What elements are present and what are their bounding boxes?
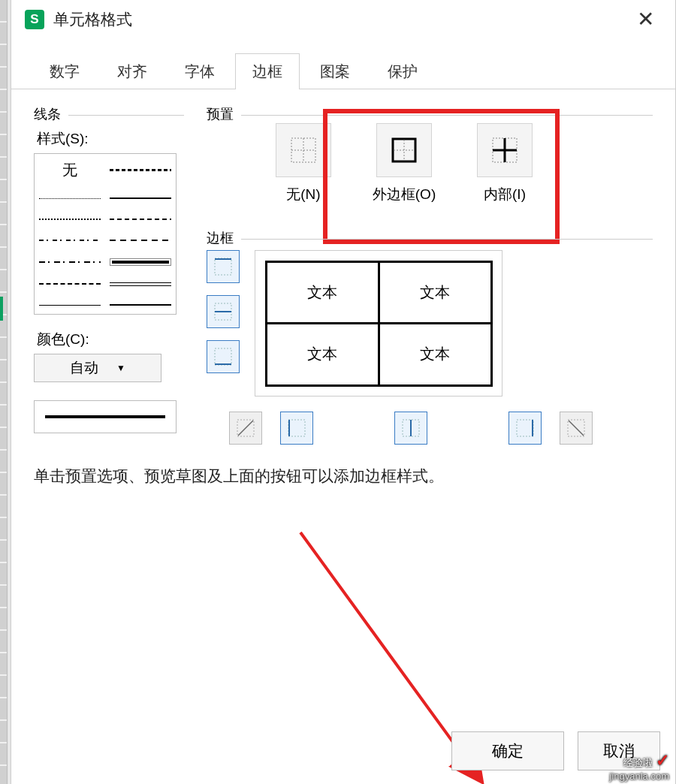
line-style-dashed-med[interactable] xyxy=(110,216,171,222)
line-style-list[interactable]: 无 xyxy=(34,153,177,315)
border-vmid-button[interactable] xyxy=(394,412,427,445)
line-style-dashed[interactable] xyxy=(39,281,101,287)
preset-group-label: 预置 xyxy=(207,107,234,122)
tab-align[interactable]: 对齐 xyxy=(100,53,164,89)
line-style-thick-selected[interactable] xyxy=(110,258,171,266)
hint-text: 单击预置选项、预览草图及上面的按钮可以添加边框样式。 xyxy=(34,466,653,487)
line-style-dash-med2[interactable] xyxy=(110,237,171,243)
line-style-thin[interactable] xyxy=(39,302,101,308)
line-style-dash-dot[interactable] xyxy=(39,237,101,243)
spreadsheet-gutter xyxy=(0,0,8,784)
dialog-footer: 确定 取消 xyxy=(451,731,675,784)
border-top-button[interactable] xyxy=(207,250,240,283)
border-left-button[interactable] xyxy=(280,412,313,445)
border-bottom-icon xyxy=(214,348,232,366)
tab-pattern[interactable]: 图案 xyxy=(303,53,367,89)
cell-format-dialog: S 单元格格式 ✕ 数字 对齐 字体 边框 图案 保护 线条 样式(S): 无 xyxy=(11,0,676,784)
preset-inside-label: 内部(I) xyxy=(463,185,546,204)
border-group-label: 边框 xyxy=(207,231,234,246)
close-button[interactable]: ✕ xyxy=(629,6,662,33)
line-group-label: 线条 xyxy=(34,107,61,122)
line-style-double[interactable] xyxy=(110,281,171,287)
tab-bar: 数字 对齐 字体 边框 图案 保护 xyxy=(11,53,675,89)
border-hmid-icon xyxy=(214,303,232,321)
line-style-dotted-fine[interactable] xyxy=(39,195,101,201)
svg-line-16 xyxy=(238,421,253,436)
color-dropdown[interactable]: 自动 ▼ xyxy=(34,354,161,382)
border-right-button[interactable] xyxy=(509,412,542,445)
line-style-dotted[interactable] xyxy=(39,216,101,222)
line-style-solid-med[interactable] xyxy=(110,195,171,201)
preset-none-label: 无(N) xyxy=(262,185,345,204)
border-none-icon xyxy=(290,137,317,164)
ok-button[interactable]: 确定 xyxy=(451,731,564,770)
color-value: 自动 xyxy=(70,358,98,378)
border-bottom-button[interactable] xyxy=(207,340,240,373)
border-side-buttons xyxy=(207,250,240,397)
titlebar: S 单元格格式 ✕ xyxy=(11,0,675,39)
svg-rect-21 xyxy=(517,420,533,436)
border-vmid-icon xyxy=(402,419,420,437)
tab-number[interactable]: 数字 xyxy=(32,53,97,89)
svg-rect-13 xyxy=(215,348,231,365)
tab-protect[interactable]: 保护 xyxy=(370,53,435,89)
border-diag-up-button[interactable] xyxy=(229,412,262,445)
diag-up-icon xyxy=(237,419,255,437)
line-style-dash-thick[interactable] xyxy=(110,167,171,173)
border-diag-down-button[interactable] xyxy=(560,412,593,445)
preset-outline-label: 外边框(O) xyxy=(363,185,445,204)
preview-cell: 文本 xyxy=(265,322,380,387)
tab-border[interactable]: 边框 xyxy=(235,53,300,89)
preview-cell: 文本 xyxy=(378,261,493,325)
svg-rect-9 xyxy=(215,258,231,275)
border-top-icon xyxy=(214,258,232,276)
border-right-icon xyxy=(516,419,534,437)
preview-cell: 文本 xyxy=(265,261,380,325)
dialog-body: 线条 样式(S): 无 xyxy=(11,89,675,500)
cancel-button[interactable]: 取消 xyxy=(578,731,660,770)
line-group: 线条 xyxy=(34,115,184,116)
line-style-med2[interactable] xyxy=(110,302,171,308)
chevron-down-icon: ▼ xyxy=(116,363,125,373)
dialog-title: 单元格格式 xyxy=(53,9,132,30)
preset-inside-button[interactable] xyxy=(477,123,533,177)
line-style-dash-dot-dot[interactable] xyxy=(39,259,101,265)
preset-group: 预置 xyxy=(207,115,653,116)
svg-line-24 xyxy=(569,421,584,436)
preset-outline-button[interactable] xyxy=(376,123,432,177)
line-style-none[interactable]: 无 xyxy=(39,160,101,180)
preset-none-button[interactable] xyxy=(276,123,331,177)
style-label: 样式(S): xyxy=(37,129,184,149)
svg-rect-17 xyxy=(288,420,305,436)
app-icon: S xyxy=(25,10,44,29)
line-preview xyxy=(34,400,177,433)
border-left-icon xyxy=(288,419,306,437)
diag-down-icon xyxy=(567,419,585,437)
border-hmid-button[interactable] xyxy=(207,295,240,328)
border-outline-icon xyxy=(391,137,418,164)
border-group: 边框 xyxy=(207,239,653,240)
border-inside-icon xyxy=(491,137,518,164)
border-preview[interactable]: 文本 文本 文本 文本 xyxy=(255,250,502,397)
color-label: 颜色(C): xyxy=(37,330,184,349)
preview-cell: 文本 xyxy=(378,322,493,387)
tab-font[interactable]: 字体 xyxy=(167,53,232,89)
